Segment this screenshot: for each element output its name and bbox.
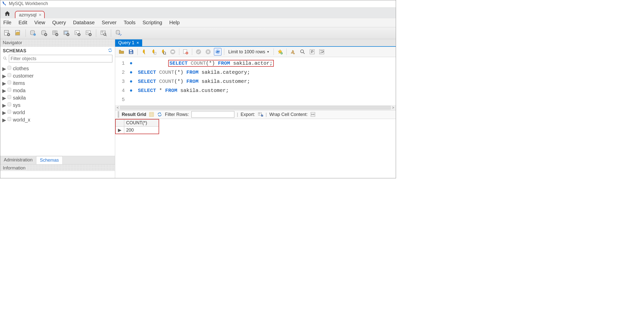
navigator-tabs: Administration Schemas [0, 156, 115, 164]
drag-handle-icon[interactable] [118, 111, 119, 118]
query-tab[interactable]: Query 1 ✕ [115, 39, 142, 46]
scroll-left-icon[interactable]: < [117, 106, 119, 110]
schema-item: ▶moda [2, 87, 113, 94]
schema-item: ▶customer [2, 72, 113, 80]
separator-icon [26, 29, 26, 37]
search-icon [3, 56, 7, 61]
database-icon [7, 116, 12, 123]
tab-administration[interactable]: Administration [0, 156, 36, 164]
schema-item: ▶sys [2, 102, 113, 109]
export-icon[interactable] [258, 112, 263, 117]
connection-tab[interactable]: azmysql ✕ [15, 11, 45, 18]
result-grid-wrap: COUNT(*) ▶ 200 [115, 119, 396, 134]
refresh-icon[interactable] [108, 48, 112, 54]
menu-scripting[interactable]: Scripting [141, 19, 163, 26]
row-indicator-icon[interactable]: ▶ [115, 127, 124, 134]
workspace: Navigator SCHEMAS ▶clothes ▶customer ▶it… [0, 39, 396, 178]
column-header[interactable]: COUNT(*) [124, 119, 159, 127]
refresh-icon[interactable] [157, 112, 162, 117]
connection-tab-row: azmysql ✕ [0, 7, 396, 18]
menu-database[interactable]: Database [72, 19, 96, 26]
close-icon[interactable]: ✕ [39, 13, 42, 17]
schema-item: ▶items [2, 80, 113, 87]
new-procedure-icon[interactable] [73, 29, 82, 37]
wrap-cell-icon[interactable] [310, 112, 316, 117]
home-button[interactable] [3, 9, 12, 18]
app-title: MySQL Workbench [9, 1, 48, 6]
svg-text:SQL: SQL [5, 31, 9, 33]
query-panel: Query 1 ✕ I Limit to 1000 rows ▼ [115, 39, 396, 178]
svg-rect-50 [262, 115, 262, 115]
result-grid-label: Result Grid [122, 112, 146, 117]
svg-rect-20 [101, 31, 106, 35]
horizontal-scrollbar[interactable]: < > [115, 105, 396, 110]
statement-marker-icon: ● [127, 60, 135, 66]
menu-view[interactable]: View [33, 19, 46, 26]
export-label: Export: [241, 112, 255, 117]
svg-point-23 [4, 57, 6, 59]
result-grid[interactable]: COUNT(*) ▶ 200 [115, 119, 159, 134]
statement-marker-icon: ● [127, 88, 135, 93]
invisible-chars-icon[interactable] [308, 48, 316, 56]
grid-view-icon[interactable] [149, 112, 154, 117]
menu-tools[interactable]: Tools [123, 19, 137, 26]
cell-value[interactable]: 200 [124, 127, 159, 134]
menubar: File Edit View Query Database Server Too… [0, 18, 396, 27]
menu-file[interactable]: File [2, 19, 12, 26]
tab-schemas[interactable]: Schemas [36, 156, 63, 164]
result-toolbar: Result Grid Filter Rows: | Export: | Wra… [115, 110, 396, 119]
limit-rows-select[interactable]: Limit to 1000 rows ▼ [227, 49, 271, 55]
database-icon [7, 94, 12, 101]
inspector-icon[interactable]: i [29, 29, 37, 37]
schema-item: ▶world [2, 109, 113, 116]
open-file-icon[interactable] [118, 48, 125, 56]
svg-rect-46 [310, 50, 314, 54]
menu-query[interactable]: Query [51, 19, 67, 26]
statement-marker-icon: ● [127, 69, 135, 75]
open-sql-file-icon[interactable]: SQL [14, 29, 22, 37]
menu-server[interactable]: Server [101, 19, 118, 26]
database-icon [7, 109, 12, 116]
schema-tree[interactable]: ▶clothes ▶customer ▶items ▶moda ▶sakila … [0, 64, 115, 156]
svg-rect-49 [258, 113, 262, 115]
new-sql-tab-icon[interactable]: SQL [3, 29, 11, 37]
menu-help[interactable]: Help [168, 19, 181, 26]
wrap-cell-label: Wrap Cell Content: [269, 112, 308, 117]
information-header: Information [0, 164, 115, 171]
schemas-heading: SCHEMAS [0, 47, 115, 54]
navigator-panel: Navigator SCHEMAS ▶clothes ▶customer ▶it… [0, 39, 115, 178]
scroll-right-icon[interactable]: > [392, 106, 394, 110]
chevron-down-icon: ▼ [267, 50, 269, 53]
filter-row [0, 54, 115, 64]
schema-item: ▶world_x [2, 116, 113, 124]
filter-objects-input[interactable] [9, 55, 112, 62]
new-schema-icon[interactable] [40, 29, 48, 37]
query-tabs: Query 1 ✕ [115, 39, 396, 47]
close-icon[interactable]: ✕ [136, 41, 139, 45]
wrap-icon[interactable] [318, 48, 326, 56]
svg-rect-48 [150, 112, 154, 117]
schema-item: ▶sakila [2, 94, 113, 102]
separator-icon [111, 29, 111, 37]
favorite-icon[interactable] [276, 48, 284, 56]
svg-rect-33 [130, 52, 132, 54]
statement-marker-icon: ● [127, 79, 135, 84]
database-icon [7, 65, 12, 72]
separator-icon [96, 29, 96, 37]
new-function-icon[interactable]: f() [84, 29, 93, 37]
sql-editor[interactable]: 1 ● SELECT COUNT(*) FROM sakila.actor; 2… [115, 57, 396, 105]
find-icon[interactable] [299, 48, 306, 56]
save-file-icon[interactable] [127, 48, 135, 56]
new-table-icon[interactable] [51, 29, 60, 37]
svg-rect-38 [171, 51, 174, 53]
filter-rows-input[interactable] [191, 111, 234, 118]
beautify-icon[interactable] [289, 48, 297, 56]
reconnect-icon[interactable] [114, 29, 123, 37]
menu-edit[interactable]: Edit [17, 19, 28, 26]
new-view-icon[interactable] [62, 29, 71, 37]
database-icon [7, 80, 12, 87]
titlebar: MySQL Workbench [0, 0, 396, 7]
svg-rect-32 [130, 50, 132, 51]
filter-rows-label: Filter Rows: [165, 112, 189, 117]
search-table-icon[interactable] [99, 29, 108, 37]
